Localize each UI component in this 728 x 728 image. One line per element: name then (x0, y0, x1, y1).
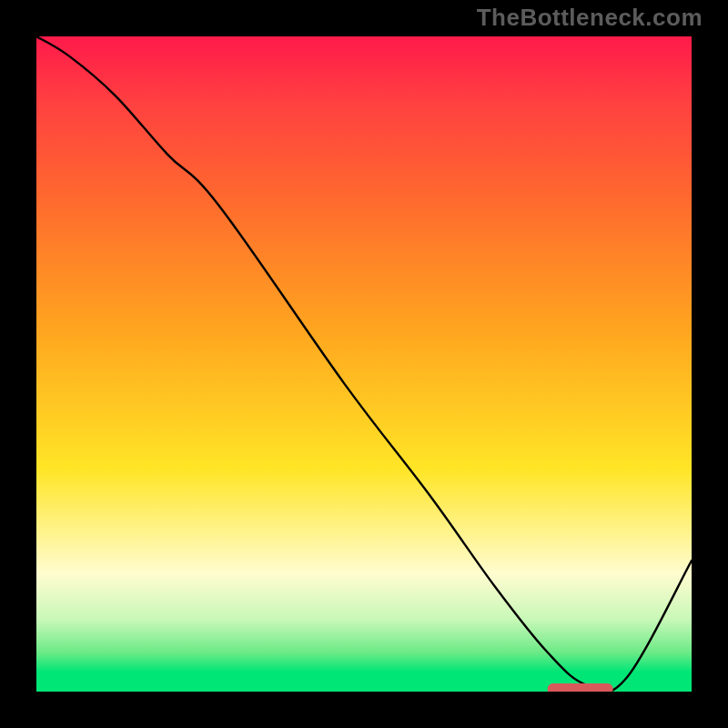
chart-frame: TheBottleneck.com (0, 0, 728, 728)
watermark-text: TheBottleneck.com (477, 4, 703, 32)
bottleneck-curve (36, 36, 692, 692)
plot-area (36, 36, 692, 692)
optimal-range-marker (548, 683, 613, 692)
chart-overlay (36, 36, 692, 692)
